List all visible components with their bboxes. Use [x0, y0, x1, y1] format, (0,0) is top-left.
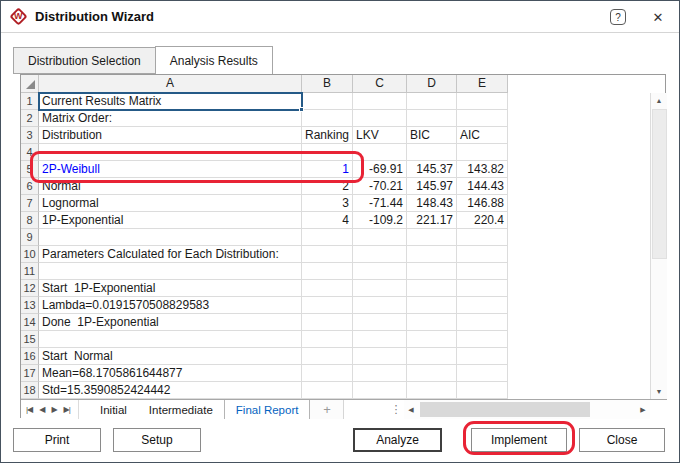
grid-cell-B6[interactable]: 2: [302, 178, 353, 195]
grid-cell-D3[interactable]: BIC: [407, 127, 457, 144]
grid-cell-D11[interactable]: [407, 263, 457, 280]
grid-cell-D5[interactable]: 145.37: [407, 161, 457, 178]
row-header-3[interactable]: 3: [21, 127, 39, 144]
vertical-scrollbar[interactable]: ▲ ▼: [650, 93, 667, 399]
grid-cell-C12[interactable]: [353, 280, 407, 297]
row-header-16[interactable]: 16: [21, 348, 39, 365]
grid-cell-A11[interactable]: [39, 263, 302, 280]
row-header-7[interactable]: 7: [21, 195, 39, 212]
column-header-D[interactable]: D: [407, 75, 457, 93]
grid-cell-E7[interactable]: 146.88: [457, 195, 508, 212]
grid-cell-A10[interactable]: Parameters Calculated for Each Distribut…: [39, 246, 302, 263]
grid-cell-A3[interactable]: Distribution: [39, 127, 302, 144]
grid-cell-A18[interactable]: Std=15.3590852424442: [39, 382, 302, 399]
grid-cell-A1[interactable]: Current Results Matrix: [39, 93, 302, 110]
row-header-2[interactable]: 2: [21, 110, 39, 127]
grid-cell-B4[interactable]: [302, 144, 353, 161]
grid-cell-B17[interactable]: [302, 365, 353, 382]
vertical-scrollbar-thumb[interactable]: [652, 109, 667, 259]
grid-cell-E17[interactable]: [457, 365, 508, 382]
column-header-A[interactable]: A: [39, 75, 302, 93]
grid-cell-A16[interactable]: Start Normal: [39, 348, 302, 365]
prev-sheet-icon[interactable]: ◀: [39, 405, 44, 414]
grid-cell-D9[interactable]: [407, 229, 457, 246]
row-header-4[interactable]: 4: [21, 144, 39, 161]
grid-cell-D6[interactable]: 145.97: [407, 178, 457, 195]
grid-cell-D10[interactable]: [407, 246, 457, 263]
grid-cell-B7[interactable]: 3: [302, 195, 353, 212]
grid-cell-C15[interactable]: [353, 331, 407, 348]
grid-cell-E10[interactable]: [457, 246, 508, 263]
column-header-C[interactable]: C: [353, 75, 407, 93]
horizontal-scrollbar[interactable]: ◀ ▶: [404, 400, 650, 419]
grid-cell-D17[interactable]: [407, 365, 457, 382]
grid-cell-C2[interactable]: [353, 110, 407, 127]
grid-cell-D8[interactable]: 221.17: [407, 212, 457, 229]
grid-cell-C7[interactable]: -71.44: [353, 195, 407, 212]
tab-splitter-icon[interactable]: ⋮: [391, 400, 401, 419]
grid-cell-A17[interactable]: Mean=68.1705861644877: [39, 365, 302, 382]
grid-cell-B18[interactable]: [302, 382, 353, 399]
grid-cell-B10[interactable]: [302, 246, 353, 263]
grid-cell-E6[interactable]: 144.43: [457, 178, 508, 195]
grid-cell-E4[interactable]: [457, 144, 508, 161]
setup-button[interactable]: Setup: [113, 428, 201, 452]
grid-cell-E16[interactable]: [457, 348, 508, 365]
close-icon[interactable]: ✕: [647, 7, 669, 27]
row-header-5[interactable]: 5: [21, 161, 39, 178]
grid-cell-D14[interactable]: [407, 314, 457, 331]
grid-cell-B5[interactable]: 1: [302, 161, 353, 178]
row-header-17[interactable]: 17: [21, 365, 39, 382]
scroll-up-icon[interactable]: ▲: [651, 93, 667, 108]
grid-cell-C3[interactable]: LKV: [353, 127, 407, 144]
analyze-button[interactable]: Analyze: [353, 428, 442, 452]
horizontal-scrollbar-thumb[interactable]: [420, 402, 590, 417]
row-header-13[interactable]: 13: [21, 297, 39, 314]
column-header-B[interactable]: B: [302, 75, 353, 93]
grid-cell-E12[interactable]: [457, 280, 508, 297]
row-header-6[interactable]: 6: [21, 178, 39, 195]
grid-cell-A14[interactable]: Done 1P-Exponential: [39, 314, 302, 331]
grid-cell-C17[interactable]: [353, 365, 407, 382]
implement-button[interactable]: Implement: [471, 428, 567, 452]
next-sheet-icon[interactable]: ▶: [51, 405, 56, 414]
grid-cell-A4[interactable]: [39, 144, 302, 161]
grid-cell-A8[interactable]: 1P-Exponential: [39, 212, 302, 229]
grid-cell-D12[interactable]: [407, 280, 457, 297]
add-sheet-icon[interactable]: +: [310, 400, 344, 419]
grid-cell-D4[interactable]: [407, 144, 457, 161]
grid-cell-B14[interactable]: [302, 314, 353, 331]
first-sheet-icon[interactable]: |◀: [26, 405, 32, 414]
grid-cell-A5[interactable]: 2P-Weibull: [39, 161, 302, 178]
grid-cell-B15[interactable]: [302, 331, 353, 348]
grid-cell-D1[interactable]: [407, 93, 457, 110]
grid-cell-C4[interactable]: [353, 144, 407, 161]
column-header-E[interactable]: E: [457, 75, 508, 93]
grid-cell-B13[interactable]: [302, 297, 353, 314]
grid-cell-B12[interactable]: [302, 280, 353, 297]
grid-cell-C5[interactable]: -69.91: [353, 161, 407, 178]
grid-cell-B11[interactable]: [302, 263, 353, 280]
row-header-15[interactable]: 15: [21, 331, 39, 348]
grid-cell-C9[interactable]: [353, 229, 407, 246]
grid-cell-C11[interactable]: [353, 263, 407, 280]
last-sheet-icon[interactable]: ▶|: [64, 405, 70, 414]
grid-cell-B1[interactable]: [302, 93, 353, 110]
grid-cell-E5[interactable]: 143.82: [457, 161, 508, 178]
row-header-9[interactable]: 9: [21, 229, 39, 246]
grid-cell-A13[interactable]: Lambda=0.0191570508829583: [39, 297, 302, 314]
grid-cell-B16[interactable]: [302, 348, 353, 365]
grid-cell-C8[interactable]: -109.2: [353, 212, 407, 229]
grid-cell-C14[interactable]: [353, 314, 407, 331]
grid-cell-C16[interactable]: [353, 348, 407, 365]
sheet-tab-final-report[interactable]: Final Report: [224, 400, 311, 419]
grid-cell-D13[interactable]: [407, 297, 457, 314]
grid-cell-C18[interactable]: [353, 382, 407, 399]
grid-cell-E15[interactable]: [457, 331, 508, 348]
grid-cell-C6[interactable]: -70.21: [353, 178, 407, 195]
grid-cell-A2[interactable]: Matrix Order:: [39, 110, 302, 127]
grid-cell-D2[interactable]: [407, 110, 457, 127]
row-header-14[interactable]: 14: [21, 314, 39, 331]
grid-cell-E3[interactable]: AIC: [457, 127, 508, 144]
grid-cell-A7[interactable]: Lognormal: [39, 195, 302, 212]
